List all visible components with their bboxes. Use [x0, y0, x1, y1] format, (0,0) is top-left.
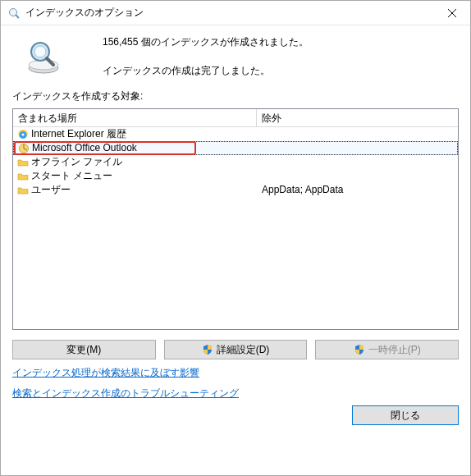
pause-button: 一時停止(P) [315, 340, 459, 359]
list-body: Internet Explorer 履歴 Microsoft Office Ou… [13, 127, 458, 329]
status-count: 156,455 個のインデックスが作成されました。 [103, 35, 309, 49]
index-status-icon [24, 37, 63, 76]
svg-point-10 [22, 133, 25, 135]
folder-icon [16, 170, 30, 183]
column-location[interactable]: 含まれる場所 [13, 109, 257, 126]
list-item[interactable]: スタート メニュー [13, 169, 458, 183]
close-button[interactable]: 閉じる [352, 405, 459, 425]
link-impact[interactable]: インデックス処理が検索結果に及ぼす影響 [12, 366, 459, 380]
list-item-label: スタート メニュー [31, 169, 112, 183]
list-item-label: ユーザー [31, 183, 71, 197]
status-text: 156,455 個のインデックスが作成されました。 インデックスの作成は完了しま… [73, 34, 309, 78]
list-header: 含まれる場所 除外 [13, 109, 458, 127]
close-icon [448, 9, 456, 17]
folder-icon [16, 156, 30, 169]
list-item-label: Microsoft Office Outlook [32, 142, 137, 154]
app-icon [7, 7, 21, 20]
list-item-exclude [257, 155, 458, 169]
content-area: 156,455 個のインデックスが作成されました。 インデックスの作成は完了しま… [1, 25, 470, 475]
shield-icon [202, 344, 213, 355]
link-troubleshoot[interactable]: 検索とインデックス作成のトラブルシューティング [12, 387, 459, 400]
window-close-button[interactable] [433, 1, 470, 25]
titlebar: インデックスのオプション [1, 1, 470, 25]
bottom-row: 閉じる [12, 405, 459, 428]
list-item-exclude: AppData; AppData [257, 183, 458, 197]
list-item-exclude [258, 142, 457, 154]
advanced-button[interactable]: 詳細設定(D) [164, 340, 308, 359]
ie-icon [16, 128, 30, 141]
button-row: 変更(M) 詳細設定(D) [12, 340, 459, 359]
list-item-label: Internet Explorer 履歴 [31, 127, 126, 141]
svg-line-1 [16, 15, 19, 18]
window-title: インデックスのオプション [25, 6, 433, 20]
indexing-options-window: インデックスのオプション 156,455 個のインデックスが作成されました。 [0, 0, 471, 476]
list-item-selected[interactable]: Microsoft Office Outlook [13, 141, 458, 155]
list-item-exclude [257, 127, 458, 141]
folder-icon [16, 184, 30, 197]
svg-point-7 [34, 46, 46, 57]
list-item-exclude [257, 169, 458, 183]
column-exclude[interactable]: 除外 [257, 109, 458, 126]
shield-icon [354, 344, 365, 355]
outlook-icon [17, 142, 30, 154]
target-label: インデックスを作成する対象: [12, 89, 459, 103]
list-item-label: オフライン ファイル [31, 155, 122, 169]
list-item[interactable]: ユーザー AppData; AppData [13, 183, 458, 197]
status-complete: インデックスの作成は完了しました。 [103, 64, 309, 78]
modify-button[interactable]: 変更(M) [12, 340, 156, 359]
locations-list: 含まれる場所 除外 Internet Explorer 履歴 [12, 108, 459, 330]
list-item[interactable]: オフライン ファイル [13, 155, 458, 169]
list-item[interactable]: Internet Explorer 履歴 [13, 127, 458, 141]
